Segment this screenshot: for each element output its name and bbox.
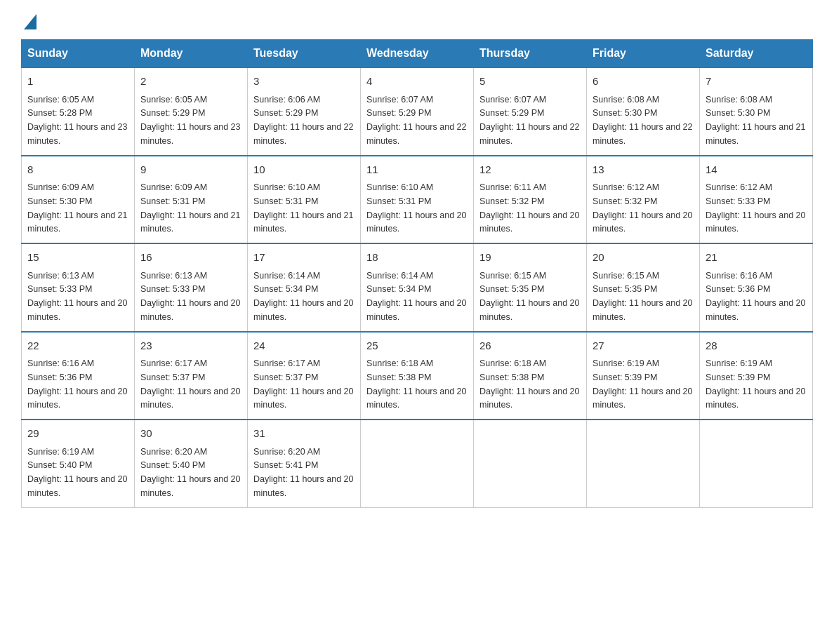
day-cell: 5Sunrise: 6:07 AMSunset: 5:29 PMDaylight… <box>474 67 587 156</box>
day-sunset: Sunset: 5:35 PM <box>593 284 657 294</box>
day-number: 1 <box>27 74 128 90</box>
day-daylight: Daylight: 11 hours and 21 minutes. <box>706 122 805 146</box>
day-sunset: Sunset: 5:31 PM <box>366 196 431 206</box>
day-sunset: Sunset: 5:32 PM <box>479 196 544 206</box>
day-sunrise: Sunrise: 6:05 AM <box>27 95 94 105</box>
day-sunset: Sunset: 5:37 PM <box>253 373 318 382</box>
day-sunset: Sunset: 5:30 PM <box>27 196 92 206</box>
day-number: 28 <box>706 338 807 354</box>
day-sunrise: Sunrise: 6:12 AM <box>593 182 659 192</box>
day-sunrise: Sunrise: 6:18 AM <box>366 358 433 368</box>
day-number: 18 <box>366 250 468 266</box>
day-daylight: Daylight: 11 hours and 21 minutes. <box>253 210 353 234</box>
day-daylight: Daylight: 11 hours and 20 minutes. <box>706 387 805 410</box>
day-cell: 6Sunrise: 6:08 AMSunset: 5:30 PMDaylight… <box>587 67 700 156</box>
day-sunset: Sunset: 5:33 PM <box>140 284 205 294</box>
day-number: 23 <box>140 338 241 354</box>
day-sunset: Sunset: 5:39 PM <box>706 373 770 382</box>
day-sunset: Sunset: 5:41 PM <box>253 460 318 470</box>
day-daylight: Daylight: 11 hours and 20 minutes. <box>479 387 579 410</box>
day-sunset: Sunset: 5:38 PM <box>366 373 431 382</box>
day-daylight: Daylight: 11 hours and 22 minutes. <box>366 122 466 146</box>
page-header <box>21 14 813 25</box>
day-sunrise: Sunrise: 6:05 AM <box>140 95 207 105</box>
day-daylight: Daylight: 11 hours and 20 minutes. <box>706 298 805 322</box>
day-number: 13 <box>593 162 694 178</box>
week-row-3: 15Sunrise: 6:13 AMSunset: 5:33 PMDayligh… <box>22 243 813 332</box>
day-sunrise: Sunrise: 6:16 AM <box>706 271 772 281</box>
day-cell: 17Sunrise: 6:14 AMSunset: 5:34 PMDayligh… <box>248 243 361 332</box>
day-number: 25 <box>366 338 468 354</box>
header-cell-tuesday: Tuesday <box>248 40 361 68</box>
header-cell-friday: Friday <box>587 40 700 68</box>
day-daylight: Daylight: 11 hours and 23 minutes. <box>140 122 240 146</box>
day-daylight: Daylight: 11 hours and 20 minutes. <box>27 474 127 498</box>
day-sunrise: Sunrise: 6:16 AM <box>27 358 94 368</box>
day-cell: 18Sunrise: 6:14 AMSunset: 5:34 PMDayligh… <box>361 243 474 332</box>
day-daylight: Daylight: 11 hours and 20 minutes. <box>140 387 240 410</box>
day-sunset: Sunset: 5:38 PM <box>479 373 544 382</box>
day-number: 26 <box>479 338 581 354</box>
day-sunset: Sunset: 5:40 PM <box>27 460 92 470</box>
day-cell: 20Sunrise: 6:15 AMSunset: 5:35 PMDayligh… <box>587 243 700 332</box>
week-row-1: 1Sunrise: 6:05 AMSunset: 5:28 PMDaylight… <box>22 67 813 156</box>
day-sunrise: Sunrise: 6:18 AM <box>479 358 546 368</box>
header-cell-monday: Monday <box>135 40 248 68</box>
header-cell-thursday: Thursday <box>474 40 587 68</box>
day-daylight: Daylight: 11 hours and 22 minutes. <box>253 122 353 146</box>
header-cell-sunday: Sunday <box>22 40 135 68</box>
day-cell: 25Sunrise: 6:18 AMSunset: 5:38 PMDayligh… <box>361 332 474 420</box>
day-sunset: Sunset: 5:40 PM <box>140 460 205 470</box>
day-cell: 19Sunrise: 6:15 AMSunset: 5:35 PMDayligh… <box>474 243 587 332</box>
day-sunset: Sunset: 5:31 PM <box>253 196 318 206</box>
day-number: 17 <box>253 250 355 266</box>
day-sunrise: Sunrise: 6:14 AM <box>253 271 320 281</box>
day-sunrise: Sunrise: 6:15 AM <box>593 271 659 281</box>
day-cell: 30Sunrise: 6:20 AMSunset: 5:40 PMDayligh… <box>135 420 248 507</box>
day-cell: 28Sunrise: 6:19 AMSunset: 5:39 PMDayligh… <box>700 332 813 420</box>
day-cell: 7Sunrise: 6:08 AMSunset: 5:30 PMDaylight… <box>700 67 813 156</box>
day-sunrise: Sunrise: 6:13 AM <box>140 271 207 281</box>
day-cell: 26Sunrise: 6:18 AMSunset: 5:38 PMDayligh… <box>474 332 587 420</box>
day-sunset: Sunset: 5:37 PM <box>140 373 205 382</box>
day-cell: 22Sunrise: 6:16 AMSunset: 5:36 PMDayligh… <box>22 332 135 420</box>
day-cell: 29Sunrise: 6:19 AMSunset: 5:40 PMDayligh… <box>22 420 135 507</box>
day-number: 12 <box>479 162 581 178</box>
day-sunrise: Sunrise: 6:13 AM <box>27 271 94 281</box>
day-number: 6 <box>593 74 694 90</box>
day-sunset: Sunset: 5:35 PM <box>479 284 544 294</box>
day-sunset: Sunset: 5:34 PM <box>253 284 318 294</box>
day-daylight: Daylight: 11 hours and 21 minutes. <box>140 210 240 234</box>
day-number: 5 <box>479 74 581 90</box>
day-daylight: Daylight: 11 hours and 20 minutes. <box>593 298 692 322</box>
day-daylight: Daylight: 11 hours and 20 minutes. <box>253 474 353 498</box>
day-daylight: Daylight: 11 hours and 20 minutes. <box>366 298 466 322</box>
day-cell: 23Sunrise: 6:17 AMSunset: 5:37 PMDayligh… <box>135 332 248 420</box>
day-cell: 15Sunrise: 6:13 AMSunset: 5:33 PMDayligh… <box>22 243 135 332</box>
day-sunrise: Sunrise: 6:20 AM <box>140 447 207 457</box>
header-cell-wednesday: Wednesday <box>361 40 474 68</box>
day-sunrise: Sunrise: 6:19 AM <box>27 447 94 457</box>
day-number: 21 <box>706 250 807 266</box>
day-daylight: Daylight: 11 hours and 20 minutes. <box>27 387 127 410</box>
header-row: SundayMondayTuesdayWednesdayThursdayFrid… <box>22 40 813 68</box>
day-sunset: Sunset: 5:32 PM <box>593 196 657 206</box>
day-sunset: Sunset: 5:29 PM <box>140 108 205 118</box>
day-sunrise: Sunrise: 6:10 AM <box>366 182 433 192</box>
day-daylight: Daylight: 11 hours and 20 minutes. <box>479 210 579 234</box>
day-number: 29 <box>27 426 128 442</box>
day-number: 22 <box>27 338 128 354</box>
day-daylight: Daylight: 11 hours and 20 minutes. <box>27 298 127 322</box>
day-number: 10 <box>253 162 355 178</box>
day-number: 14 <box>706 162 807 178</box>
day-sunset: Sunset: 5:33 PM <box>27 284 92 294</box>
day-sunrise: Sunrise: 6:19 AM <box>593 358 659 368</box>
day-cell: 16Sunrise: 6:13 AMSunset: 5:33 PMDayligh… <box>135 243 248 332</box>
logo <box>21 14 37 25</box>
day-cell <box>587 420 700 507</box>
day-sunset: Sunset: 5:33 PM <box>706 196 770 206</box>
day-number: 24 <box>253 338 355 354</box>
day-daylight: Daylight: 11 hours and 22 minutes. <box>593 122 692 146</box>
day-sunset: Sunset: 5:28 PM <box>27 108 92 118</box>
day-daylight: Daylight: 11 hours and 20 minutes. <box>140 474 240 498</box>
